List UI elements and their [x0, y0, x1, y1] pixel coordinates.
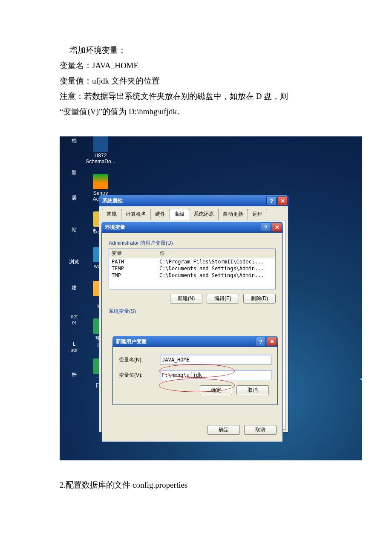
list-row[interactable]: TEMP C:\Documents and Settings\Admin... — [109, 265, 275, 272]
ok-button[interactable]: 确定 — [200, 385, 232, 395]
close-button[interactable]: ✕ — [267, 337, 277, 346]
list-row[interactable]: TMP C:\Documents and Settings\Admin... — [109, 272, 275, 279]
help-button[interactable]: ? — [256, 337, 266, 346]
tab-hardware[interactable]: 硬件 — [150, 209, 170, 220]
doc-p6: 2.配置数据库的文件 config.properties — [60, 477, 332, 493]
user-variables-list[interactable]: 变量 值 PATH C:\Program Files\StormII\Codec… — [109, 249, 276, 289]
close-button[interactable]: ✕ — [272, 223, 282, 232]
titlebar[interactable]: 环境变量 ? ✕ — [101, 222, 283, 233]
column-variable[interactable]: 变量 — [109, 249, 157, 258]
delete-button[interactable]: 删除(D) — [243, 294, 276, 304]
screenshot: www.bdocx.com 档 脑 居 站 浏览 建 neter Lper 件 … — [60, 136, 362, 460]
column-value[interactable]: 值 — [157, 249, 275, 258]
desktop-icon[interactable]: 件 — [61, 371, 87, 378]
desktop-icon[interactable]: neter — [61, 314, 87, 326]
titlebar[interactable]: 新建用户变量 ? ✕ — [112, 336, 278, 347]
tab-system-restore[interactable]: 系统还原 — [189, 209, 219, 220]
desktop-icon[interactable]: Lper — [61, 341, 87, 353]
doc-p5: “变量值(V)”的值为 D:\hmhg\ufjdk。 — [60, 104, 332, 119]
ok-button[interactable]: 确定 — [208, 425, 240, 435]
star-decoration: ✦ — [358, 373, 362, 387]
variable-value-input[interactable] — [160, 370, 271, 380]
environment-variables-window: 环境变量 ? ✕ Administrator 的用户变量(U) 变量 值 PAT… — [101, 222, 283, 442]
desktop-icon[interactable]: 脑 — [61, 169, 87, 176]
edit-button[interactable]: 编辑(E) — [207, 294, 239, 304]
window-title: 新建用户变量 — [116, 338, 255, 345]
variable-value-label: 变量值(V): — [119, 372, 160, 379]
desktop-icon[interactable]: U872SchemaDo... — [84, 136, 118, 165]
variable-name-label: 变量名(N): — [119, 356, 160, 364]
help-button[interactable]: ? — [266, 196, 277, 205]
window-title: 环境变量 — [105, 224, 260, 231]
help-button[interactable]: ? — [261, 223, 271, 232]
desktop-icon[interactable]: 站 — [61, 226, 87, 234]
doc-p4: 注意：若数据导出系统文件夹放在别的磁盘中，如放在 D 盘，则 — [60, 89, 332, 104]
document-text: 增加环境变量： 变量名：JAVA_HOME 变量值：ufjdk 文件夹的位置 注… — [60, 43, 332, 119]
system-variables-header: 系统变量(S) — [109, 308, 278, 315]
close-button[interactable]: ✕ — [277, 196, 288, 205]
doc-p3: 变量值：ufjdk 文件夹的位置 — [60, 73, 332, 89]
cancel-button[interactable]: 取消 — [244, 425, 277, 435]
desktop-left-col: 档 脑 居 站 浏览 建 neter Lper 件 — [61, 136, 87, 387]
new-user-variable-window: 新建用户变量 ? ✕ 变量名(N): 变量值(V): 确定 取消 — [112, 336, 278, 405]
document-text-2: 2.配置数据库的文件 config.properties — [60, 477, 332, 493]
doc-p1: 增加环境变量： — [60, 43, 332, 58]
variable-name-input[interactable] — [160, 355, 271, 365]
titlebar[interactable]: 系统属性 ? ✕ — [99, 195, 288, 206]
doc-p2: 变量名：JAVA_HOME — [60, 58, 332, 73]
tab-computer-name[interactable]: 计算机名 — [121, 209, 151, 220]
desktop-icon[interactable]: 档 — [61, 137, 87, 145]
window-title: 系统属性 — [102, 197, 265, 205]
tab-remote[interactable]: 远程 — [248, 209, 267, 220]
tabs-row: 常规 计算机名 硬件 高级 系统还原 自动更新 远程 — [99, 206, 288, 220]
user-variables-header: Administrator 的用户变量(U) — [109, 240, 278, 247]
desktop-icon[interactable]: 居 — [61, 194, 87, 202]
tab-general[interactable]: 常规 — [102, 209, 121, 220]
tab-auto-update[interactable]: 自动更新 — [218, 209, 248, 220]
cancel-button[interactable]: 取消 — [236, 385, 269, 395]
tab-advanced[interactable]: 高级 — [170, 209, 189, 220]
new-button[interactable]: 新建(N) — [170, 294, 202, 304]
desktop-icon[interactable]: 建 — [61, 284, 87, 292]
list-row[interactable]: PATH C:\Program Files\StormII\Codec;... — [109, 258, 275, 265]
desktop-icon[interactable]: 浏览 — [61, 258, 87, 266]
